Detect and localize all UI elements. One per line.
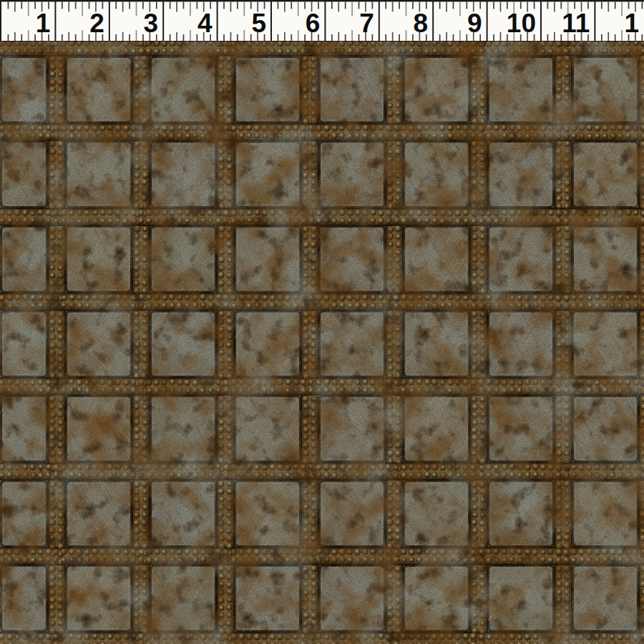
fabric-swatch-image: 12345678910111: [0, 0, 644, 644]
fabric-pattern-svg: [0, 41, 644, 644]
ruler-number: 3: [144, 9, 159, 38]
ruler-top-border: [0, 0, 644, 1]
ruler-number: 9: [467, 9, 482, 38]
ruler-number: 7: [359, 9, 374, 38]
ruler-number: 2: [89, 9, 104, 38]
ruler-number: 11: [562, 9, 590, 38]
fabric-pattern: [0, 41, 644, 644]
ruler-strip: 12345678910111: [0, 0, 644, 41]
ruler-number: 1: [624, 9, 639, 38]
ruler-shadow: [0, 41, 644, 42]
ruler-number: 5: [251, 9, 266, 38]
fabric-root: [0, 41, 644, 644]
ruler-number: 1: [36, 9, 51, 38]
ruler-number: 8: [414, 9, 429, 38]
ruler-svg: 12345678910111: [0, 0, 644, 41]
ruler-number: 10: [507, 9, 536, 38]
speckle-layer: [0, 41, 644, 644]
ruler-number: 6: [306, 9, 321, 38]
ruler-number: 4: [197, 9, 213, 38]
